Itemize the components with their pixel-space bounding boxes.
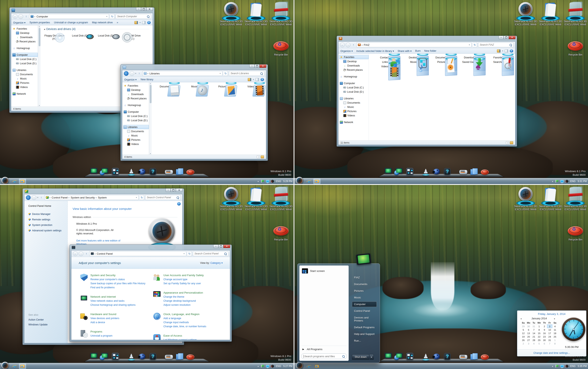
calendar-cell[interactable]: 26: [521, 338, 526, 342]
desktop-icon-skinpack[interactable]: SkinPack AERO 3D EXCLUSIVE Win8: [244, 186, 268, 211]
start-search-input[interactable]: Search programs and files: [301, 353, 347, 359]
dock-icon[interactable]: [384, 352, 392, 360]
sidebar-item[interactable]: Computer: [123, 110, 149, 114]
views-icon[interactable]: [248, 78, 251, 81]
library-item[interactable]: Pictures: [212, 84, 234, 88]
sidebar-item[interactable]: Downloads: [12, 35, 38, 39]
category-appearance[interactable]: Appearance and PersonalizationChange the…: [153, 291, 224, 307]
crumb-segment[interactable]: System and Security: [69, 196, 95, 199]
views-icon[interactable]: [134, 21, 138, 24]
sidebar-item[interactable]: Local Disk (D:): [339, 90, 369, 94]
category-link[interactable]: Add a language: [163, 317, 206, 320]
category-system-security[interactable]: System and SecurityReview your computer'…: [80, 274, 151, 290]
start-menu-item[interactable]: Run...: [352, 338, 377, 343]
list-view-icon[interactable]: [257, 155, 260, 158]
category-link[interactable]: Set up Family Safety for any user: [163, 282, 204, 285]
close-button[interactable]: [260, 64, 266, 68]
calendar-cell[interactable]: 20: [526, 335, 531, 338]
address-dropdown-icon[interactable]: [469, 44, 470, 46]
back-button[interactable]: [124, 71, 129, 76]
maximize-button[interactable]: [141, 8, 146, 11]
sidebar-item[interactable]: Local Disk (D:): [12, 61, 38, 65]
minimize-button[interactable]: [166, 189, 171, 192]
network-tray-icon[interactable]: [266, 365, 269, 368]
drive-item[interactable]: Floppy Disk Drive (A:): [44, 33, 65, 40]
close-button[interactable]: [509, 36, 515, 39]
category-link[interactable]: Change input methods: [163, 321, 206, 324]
volume-tray-icon[interactable]: [565, 179, 569, 183]
language-indicator[interactable]: ENG: [276, 365, 281, 368]
address-dropdown-icon[interactable]: [183, 253, 184, 255]
calendar-cell[interactable]: 7: [531, 328, 537, 331]
calendar-cell[interactable]: 16: [542, 331, 547, 335]
dock-icon[interactable]: [138, 167, 146, 175]
calendar-cell[interactable]: 18: [552, 331, 558, 335]
breadcrumb[interactable]: Computer: [29, 14, 109, 19]
preview-pane-icon[interactable]: [142, 21, 146, 24]
sidebar-item[interactable]: Downloads: [339, 63, 369, 68]
sidebar-item[interactable]: Network: [12, 92, 38, 96]
sidebar-item[interactable]: Videos: [123, 142, 149, 146]
help-icon[interactable]: [510, 50, 513, 52]
start-menu-item[interactable]: FIAZ: [352, 275, 377, 280]
toolbar-button[interactable]: Share with ▾: [398, 50, 412, 52]
desktop-icon-skinpack[interactable]: SkinPack AERO 3D EXCLUSIVE Win8: [269, 2, 293, 26]
sidebar-item[interactable]: Computer: [339, 81, 369, 85]
library-item[interactable]: Documents: [155, 84, 177, 88]
sidebar-item[interactable]: Videos: [339, 113, 369, 118]
search-input[interactable]: Search Control Panel: [145, 195, 181, 200]
start-menu-item[interactable]: Default Programs: [352, 325, 377, 330]
toolbar-button[interactable]: »: [117, 21, 118, 24]
search-input[interactable]: Search Computer: [116, 14, 151, 19]
sidebar-item[interactable]: Favorites: [339, 55, 369, 59]
sidebar-item[interactable]: Homegroup: [12, 46, 38, 50]
category-link[interactable]: Add a device: [91, 321, 119, 324]
calendar-cell[interactable]: 4: [552, 325, 558, 328]
toolbar-button[interactable]: System properties: [29, 21, 50, 24]
calendar-cell[interactable]: 2: [521, 342, 526, 345]
sidebar-item[interactable]: Network: [339, 120, 369, 124]
help-icon[interactable]: [147, 21, 151, 24]
dock-icon[interactable]: [111, 167, 119, 175]
refresh-icon[interactable]: [223, 71, 228, 76]
category-title[interactable]: Programs: [91, 330, 112, 333]
file-explorer-taskbar-icon[interactable]: [19, 179, 26, 184]
sidebar-item[interactable]: Local Disk (C:): [123, 114, 149, 118]
user-picture[interactable]: [355, 253, 373, 268]
minimize-button[interactable]: [249, 64, 254, 68]
see-also-link[interactable]: Action Center: [28, 318, 48, 321]
views-dropdown-icon[interactable]: [140, 21, 141, 23]
toolbar-button[interactable]: Organize ▾: [124, 78, 136, 81]
category-link[interactable]: Find and fix problems: [91, 286, 145, 289]
sidebar-item[interactable]: Favorites: [123, 83, 149, 88]
library-item[interactable]: Videos: [240, 84, 262, 88]
category-link[interactable]: Change date, time, or number formats: [163, 325, 206, 328]
history-dropdown-icon[interactable]: [135, 72, 136, 74]
category-clock-language[interactable]: Clock, Language, and RegionAdd a languag…: [153, 313, 224, 329]
desktop-icon-skinpack[interactable]: SkinPack AERO 3D EXCLUSIVE Win8: [539, 186, 562, 211]
sidebar-item[interactable]: Pictures: [123, 138, 149, 142]
calendar-cell[interactable]: 31: [531, 325, 537, 328]
sidebar-item[interactable]: Favorites: [12, 27, 38, 31]
tray-clock[interactable]: 5:27 PM: [283, 365, 292, 368]
refresh-icon[interactable]: [187, 251, 192, 256]
system-task-link[interactable]: Remote settings: [28, 218, 68, 221]
file-explorer-taskbar-icon[interactable]: [19, 364, 26, 369]
category-title[interactable]: System and Security: [91, 274, 145, 277]
dock-icon[interactable]: [90, 352, 98, 360]
sidebar-item[interactable]: Recent places: [339, 68, 369, 72]
crumb-libraries[interactable]: Libraries: [150, 72, 160, 75]
start-menu-item[interactable]: Music: [352, 295, 377, 300]
dock-icon[interactable]: [406, 167, 414, 175]
desktop-icon-skinpack[interactable]: SkinPack AERO 3D EXCLUSIVE Win8: [563, 186, 587, 211]
calendar-cell[interactable]: 24: [547, 335, 552, 338]
forward-button[interactable]: [19, 14, 23, 19]
start-menu-item[interactable]: Pictures: [352, 288, 377, 294]
sidebar-item[interactable]: Desktop: [123, 88, 149, 92]
action-center-icon[interactable]: [556, 180, 559, 183]
category-link[interactable]: Change account type: [163, 278, 204, 281]
view-by-category-dropdown[interactable]: Category ▾: [211, 262, 223, 264]
start-button[interactable]: [1, 362, 9, 369]
dock-icon[interactable]: [395, 167, 403, 175]
desktop-icon-skinpack[interactable]: SkinPack AERO 3D EXCLUSIVE Win8: [514, 186, 537, 211]
